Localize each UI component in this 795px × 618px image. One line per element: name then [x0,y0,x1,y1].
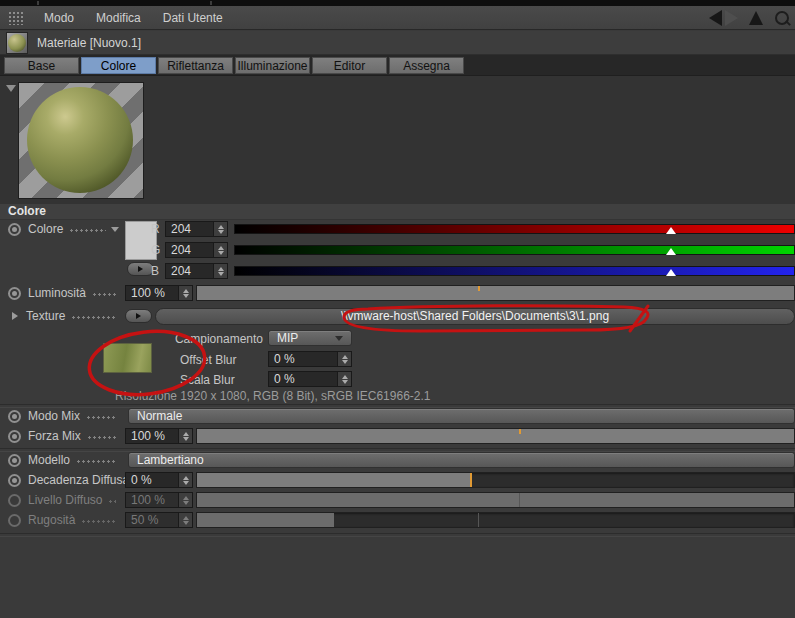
texture-path-field[interactable]: \\vmware-host\Shared Folders\Documents\3… [155,308,795,325]
rugosita-row: Rugosità 50 % [0,512,795,528]
offset-blur-label: Offset Blur [180,353,236,367]
radio-modello[interactable] [8,454,21,467]
luminosita-field[interactable]: 100 % [125,285,193,301]
dotted-leader [76,460,116,463]
livello-diffuso-label: Livello Diffuso [28,493,102,507]
material-title: Materiale [Nuovo.1] [37,36,141,50]
radio-decadenza[interactable] [8,474,21,487]
material-preview[interactable] [18,82,144,199]
menubar: Modo Modifica Dati Utente [0,6,795,30]
slider-marker-icon[interactable] [666,269,676,276]
drag-grip-icon[interactable] [8,11,25,25]
tab-editor[interactable]: Editor [312,57,387,74]
modo-mix-dropdown[interactable]: Normale [128,408,795,424]
color-mode-arrow-icon[interactable] [111,227,119,232]
channel-r-field[interactable]: 204 [165,221,228,237]
preview-options-arrow-icon[interactable] [6,85,16,92]
spinner-icon[interactable] [213,243,227,257]
material-titlebar: Materiale [Nuovo.1] [0,31,795,55]
back-arrow-icon[interactable] [709,10,722,26]
up-arrow-icon[interactable] [749,11,763,25]
spinner-icon[interactable] [213,264,227,278]
radio-livello-diffuso [8,494,21,507]
slider-default-tick [519,429,521,434]
decadenza-diffusa-row: Decadenza Diffusa 0 % [0,472,795,488]
channel-b-field[interactable]: 204 [165,263,228,279]
channel-g-label: G [151,243,165,257]
menu-modo[interactable]: Modo [33,11,85,25]
tab-base[interactable]: Base [4,57,79,74]
forza-mix-row: Forza Mix 100 % [0,428,795,444]
color-expand-button[interactable] [127,262,154,276]
spinner-icon [178,493,192,507]
modello-dropdown[interactable]: Lambertiano [128,452,795,468]
search-icon[interactable] [775,11,789,25]
spinner-icon[interactable] [178,286,192,300]
separator [0,533,795,537]
forza-mix-slider[interactable] [196,428,795,444]
menu-modifica[interactable]: Modifica [85,11,152,25]
channel-b-label: B [151,264,165,278]
dotted-leader [81,520,116,523]
spinner-icon[interactable] [337,372,351,386]
menu-dati-utente[interactable]: Dati Utente [152,11,234,25]
dotted-leader [71,316,116,319]
decadenza-diffusa-label: Decadenza Diffusa [28,473,129,487]
spinner-icon [178,513,192,527]
radio-rugosita [8,514,21,527]
slider-default-tick [519,493,520,507]
modo-mix-label: Modo Mix [28,409,80,423]
slider-default-tick [478,513,479,527]
green-gradient-slider[interactable] [234,245,795,255]
expander-arrow-icon[interactable] [12,312,18,320]
tab-illuminazione[interactable]: Illuminazione [235,57,310,74]
rugosita-slider [196,512,795,528]
rugosita-field: 50 % [125,512,193,528]
campionamento-dropdown[interactable]: MIP [268,330,352,346]
livello-diffuso-slider [196,492,795,508]
decadenza-diffusa-slider[interactable] [196,472,795,488]
tab-colore[interactable]: Colore [81,57,156,74]
luminosita-row: Luminosità 100 % [0,285,795,301]
luminosita-slider[interactable] [196,285,795,301]
panel-divider [210,1,212,5]
forward-arrow-icon[interactable] [725,10,738,26]
channel-r-label: R [151,222,165,236]
luminosita-label: Luminosità [28,286,86,300]
dotted-leader [87,436,116,439]
offset-blur-field[interactable]: 0 % [268,351,352,367]
livello-diffuso-row: Livello Diffuso 100 % [0,492,795,508]
scala-blur-field[interactable]: 0 % [268,371,352,387]
red-gradient-slider[interactable] [234,224,795,234]
radio-forza-mix[interactable] [8,430,21,443]
preview-area [0,76,795,205]
modo-mix-row: Modo Mix Normale [0,408,795,424]
slider-marker-icon[interactable] [666,248,676,255]
texture-label: Texture [26,309,65,323]
channel-row-b: B 204 [151,263,795,279]
radio-luminosita[interactable] [8,287,21,300]
dotted-leader [108,500,116,503]
spinner-icon[interactable] [337,352,351,366]
rugosita-label: Rugosità [28,513,75,527]
slider-marker-icon[interactable] [666,227,676,234]
material-editor-window: Modo Modifica Dati Utente Materiale [Nuo… [0,0,795,618]
texture-thumbnail[interactable] [103,343,152,373]
channel-row-g: G 204 [151,242,795,258]
texture-menu-button[interactable] [125,309,152,323]
livello-diffuso-field: 100 % [125,492,193,508]
tab-assegna[interactable]: Assegna [389,57,464,74]
channel-row-r: R 204 [151,221,795,237]
spinner-icon[interactable] [178,429,192,443]
colore-label: Colore [28,222,63,236]
spinner-icon[interactable] [178,473,192,487]
channel-g-field[interactable]: 204 [165,242,228,258]
blue-gradient-slider[interactable] [234,266,795,276]
spinner-icon[interactable] [213,222,227,236]
decadenza-diffusa-field[interactable]: 0 % [125,472,193,488]
radio-colore[interactable] [8,223,21,236]
campionamento-label: Campionamento [140,332,263,346]
forza-mix-field[interactable]: 100 % [125,428,193,444]
radio-modo-mix[interactable] [8,410,21,423]
tab-riflettanza[interactable]: Riflettanza [158,57,233,74]
